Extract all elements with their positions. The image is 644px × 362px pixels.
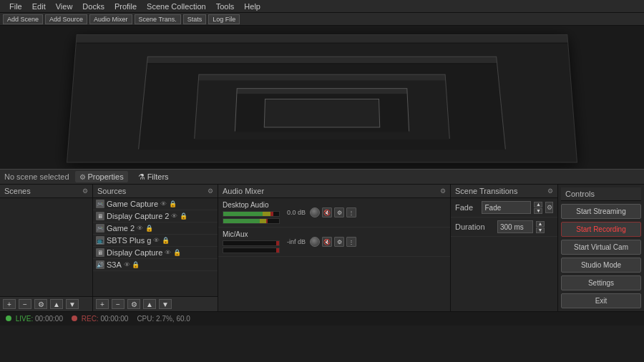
source-icons: 👁 🔒 — [160, 200, 177, 207]
toolbar-add-scene[interactable]: Add Scene — [3, 14, 43, 24]
list-item[interactable]: 🖥 Display Capture 2 👁 🔒 — [93, 210, 218, 222]
sbts-icon: 📺 — [96, 236, 104, 245]
s3a-icon: 🔊 — [96, 260, 104, 269]
desktop-meter-1 — [223, 211, 280, 217]
scenes-down-btn[interactable]: ▼ — [66, 299, 79, 309]
desktop-mute-btn[interactable]: 🔇 — [322, 207, 332, 217]
live-time: 00:00:00 — [35, 315, 63, 323]
source-icons: 👁 🔒 — [165, 249, 181, 256]
list-item[interactable]: 🔊 S3A 👁 🔒 — [93, 259, 218, 271]
source-icons: 👁 🔒 — [171, 212, 187, 220]
start-virtual-cam-btn[interactable]: Start Virtual Cam — [561, 240, 641, 255]
fade-row: Fade Fade Cut Swipe Slide Stinger Fade t… — [451, 198, 557, 217]
list-item[interactable]: 🎮 Game Capture 👁 🔒 — [93, 198, 218, 210]
sources-list[interactable]: 🎮 Game Capture 👁 🔒 🖥 Display Capture 2 👁… — [93, 198, 218, 296]
desktop-meter-fill-1 — [223, 212, 279, 216]
mic-volume-knob[interactable] — [310, 237, 320, 247]
fade-select[interactable]: Fade Cut Swipe Slide Stinger Fade to Col… — [482, 201, 531, 214]
toolbar-audio-mixer[interactable]: Audio Mixer — [89, 14, 132, 24]
mic-mute-btn[interactable]: 🔇 — [322, 237, 332, 247]
sources-panel-header: Sources ⚙ — [93, 185, 218, 198]
source-name: Game Capture — [107, 200, 158, 208]
sources-config-btn[interactable]: ⚙ — [208, 187, 213, 195]
duration-input[interactable] — [497, 220, 533, 233]
sources-config-footer-btn[interactable]: ⚙ — [127, 299, 140, 309]
scenes-panel: Scenes ⚙ + − ⚙ ▲ ▼ — [0, 185, 93, 311]
menu-file[interactable]: File — [4, 0, 27, 12]
exit-btn[interactable]: Exit — [561, 293, 641, 308]
audio-config-btn[interactable]: ⚙ — [440, 187, 446, 195]
controls-header: Controls — [561, 187, 641, 201]
scenes-config-btn[interactable]: ⚙ — [82, 187, 88, 195]
toolbar-log-file[interactable]: Log File — [208, 14, 240, 24]
menu-help[interactable]: Help — [239, 0, 265, 12]
scenes-footer: + − ⚙ ▲ ▼ — [0, 296, 92, 311]
meter-yellow-2 — [260, 219, 266, 223]
mic-meter-fill-2 — [223, 248, 279, 253]
desktop-meter-fill-2 — [223, 219, 279, 223]
filters-tab[interactable]: ⚗ Filters — [134, 171, 173, 183]
scenes-remove-btn[interactable]: − — [19, 299, 31, 309]
duration-up-btn[interactable]: ▲ — [536, 221, 545, 227]
desktop-audio-meters — [223, 211, 280, 224]
list-item[interactable]: 📺 SBTS Plus g 👁 🔒 — [93, 235, 218, 247]
fade-gear-btn[interactable]: ⚙ — [545, 202, 553, 213]
start-streaming-btn[interactable]: Start Streaming — [561, 204, 641, 219]
mic-audio-meters — [223, 240, 280, 253]
controls-panel: Controls Start Streaming Start Recording… — [558, 185, 644, 311]
list-item[interactable]: 🎮 Game 2 👁 🔒 — [93, 222, 218, 235]
mic-settings-btn[interactable]: ⚙ — [334, 237, 344, 247]
menu-docks[interactable]: Docks — [77, 0, 109, 12]
meter-green-1 — [223, 212, 263, 216]
meter-yellow-1 — [263, 212, 271, 216]
sources-panel: Sources ⚙ 🎮 Game Capture 👁 🔒 🖥 Display C… — [93, 185, 218, 311]
scene-transitions-panel: Scene Transitions ⚙ Fade Fade Cut Swipe … — [451, 185, 558, 311]
source-icons: 👁 🔒 — [137, 225, 153, 232]
fade-down-btn[interactable]: ▼ — [534, 208, 542, 214]
source-name: Display Capture — [107, 248, 162, 257]
studio-mode-btn[interactable]: Studio Mode — [561, 258, 641, 273]
duration-down-btn[interactable]: ▼ — [536, 228, 545, 233]
menu-view[interactable]: View — [51, 0, 78, 12]
no-selected-label: No scene selected — [4, 172, 69, 181]
properties-tab[interactable]: ⚙ Properties — [75, 171, 128, 182]
scenes-config-footer-btn[interactable]: ⚙ — [34, 299, 47, 309]
mic-more-btn[interactable]: ⋮ — [346, 237, 356, 247]
rec-dot — [72, 315, 77, 321]
mic-red-1 — [276, 241, 279, 245]
scenes-add-btn[interactable]: + — [3, 299, 16, 309]
live-dot — [6, 315, 11, 321]
source-name: Display Capture 2 — [107, 212, 169, 220]
audio-channel-mic: Mic/Aux -inf dB — [218, 228, 450, 257]
settings-btn[interactable]: Settings — [561, 275, 641, 290]
menu-edit[interactable]: Edit — [27, 0, 51, 12]
transitions-config-btn[interactable]: ⚙ — [547, 187, 553, 195]
sources-down-btn[interactable]: ▼ — [159, 299, 172, 309]
rec-indicator: REC: 00:00:00 — [72, 315, 128, 323]
desktop-settings-btn[interactable]: ⚙ — [334, 207, 344, 217]
sources-up-btn[interactable]: ▲ — [143, 299, 156, 309]
preview-recursive-content — [139, 64, 505, 150]
desktop-more-btn[interactable]: ⋮ — [346, 207, 356, 217]
scenes-up-btn[interactable]: ▲ — [50, 299, 63, 309]
toolbar-scene-transitions[interactable]: Scene Trans. — [135, 14, 181, 24]
toolbar-stats[interactable]: Stats — [183, 14, 207, 24]
fade-up-btn[interactable]: ▲ — [534, 202, 542, 207]
source-icons: 👁 🔒 — [153, 237, 170, 244]
menu-bar: File Edit View Docks Profile Scene Colle… — [0, 0, 644, 13]
start-recording-btn[interactable]: Start Recording — [561, 222, 641, 237]
list-item[interactable]: 🖥 Display Capture 👁 🔒 — [93, 247, 218, 259]
preview-content — [67, 44, 577, 162]
desktop-volume-knob[interactable] — [310, 207, 320, 217]
menu-profile[interactable]: Profile — [109, 0, 142, 12]
scenes-panel-header: Scenes ⚙ — [0, 185, 92, 198]
sources-add-btn[interactable]: + — [96, 299, 109, 309]
toolbar: Add Scene Add Source Audio Mixer Scene T… — [0, 13, 644, 26]
duration-arrows: ▲ ▼ — [536, 221, 545, 233]
menu-tools[interactable]: Tools — [211, 0, 240, 12]
display-capture2-icon: 🖥 — [96, 212, 104, 220]
mic-audio-db: -inf dB — [284, 238, 306, 245]
menu-scene-collection[interactable]: Scene Collection — [142, 0, 211, 12]
toolbar-add-source[interactable]: Add Source — [45, 14, 87, 24]
sources-remove-btn[interactable]: − — [112, 299, 125, 309]
